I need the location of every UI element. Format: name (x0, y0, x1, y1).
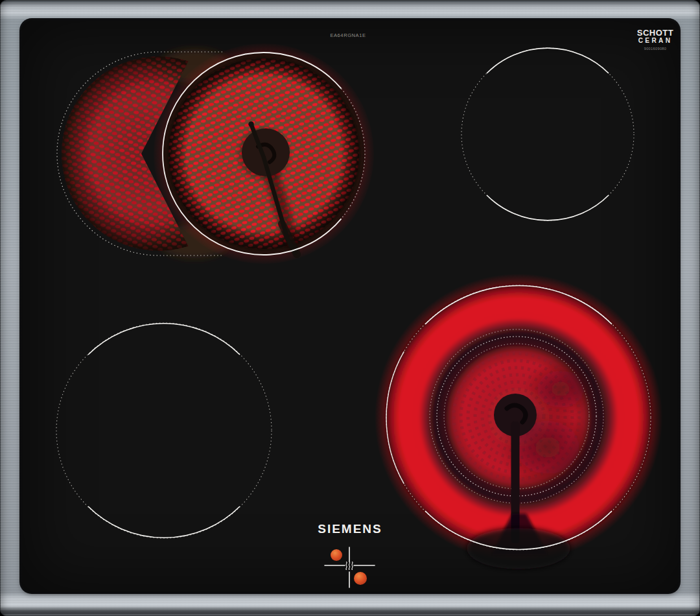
stainless-steel-frame: EA64RGNA1E SCHOTT CERAN 9001609080 SIEME… (0, 0, 700, 616)
ceramic-glass-surface (21, 20, 679, 592)
